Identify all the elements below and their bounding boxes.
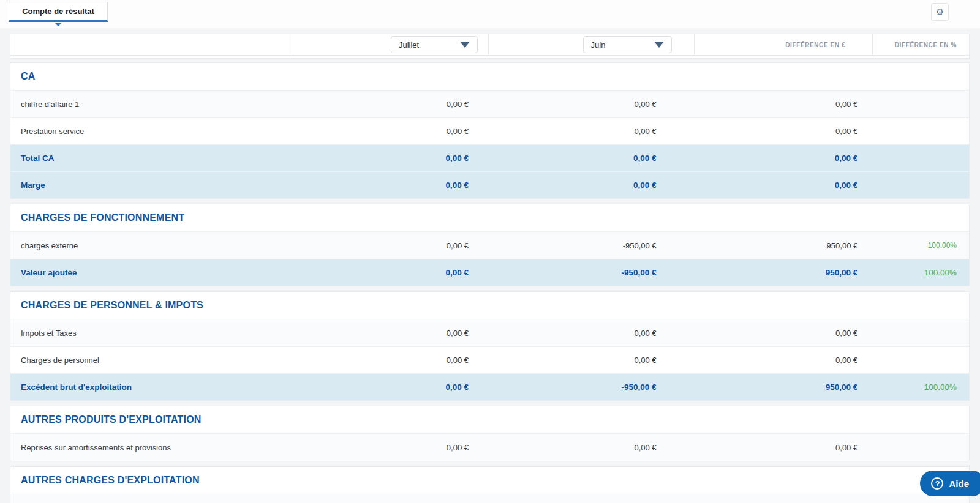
value-period1: 0,00 € (293, 329, 488, 338)
value-period1: 0,00 € (293, 154, 488, 163)
value-period1: 0,00 € (293, 100, 488, 109)
row-label: Impots et Taxes (10, 329, 293, 338)
value-period2: -950,00 € (488, 268, 694, 277)
value-period1: 0,00 € (293, 356, 488, 365)
value-period2: 0,00 € (488, 100, 694, 109)
value-diff-eur: 0,00 € (694, 100, 873, 109)
table-row-marge[interactable]: Marge 0,00 € 0,00 € 0,00 € (10, 171, 969, 198)
value-diff-eur: 950,00 € (694, 268, 873, 277)
table-row[interactable]: Reprises sur amortissements et provision… (10, 434, 969, 461)
header-period1-cell: Juillet (293, 34, 488, 55)
table-row[interactable]: Dotations aux amortissements et provisio… (10, 494, 969, 503)
table-row[interactable]: chiffre d'affaire 1 0,00 € 0,00 € 0,00 € (10, 91, 969, 117)
value-diff-pct: 100.00% (872, 268, 969, 277)
scrolled-row-sliver (10, 56, 970, 59)
value-diff-eur: 950,00 € (694, 382, 873, 392)
value-diff-eur: 0,00 € (694, 329, 873, 338)
value-diff-eur: 0,00 € (694, 127, 873, 136)
table-row[interactable]: charges externe 0,00 € -950,00 € 950,00 … (10, 232, 969, 259)
period1-selected-value: Juillet (399, 40, 419, 50)
header-difference-pct: DIFFÉRENCE EN % (872, 34, 969, 55)
value-diff-eur: 0,00 € (694, 154, 873, 163)
tab-label: Compte de résultat (22, 7, 94, 16)
value-period2: -950,00 € (488, 241, 694, 250)
row-label: Charges de personnel (10, 356, 293, 365)
value-period2: 0,00 € (488, 356, 694, 365)
gear-icon: ⚙ (936, 7, 944, 18)
value-period1: 0,00 € (293, 181, 488, 190)
value-period1: 0,00 € (293, 443, 488, 452)
value-period2: 0,00 € (488, 154, 694, 163)
top-bar: Compte de résultat ⚙ (0, 0, 980, 28)
value-period1: 0,00 € (293, 382, 488, 392)
header-difference-eur: DIFFÉRENCE EN € (694, 34, 873, 55)
value-diff-eur: 0,00 € (694, 181, 873, 190)
header-period2-cell: Juin (488, 34, 694, 55)
value-period2: 0,00 € (488, 127, 694, 136)
settings-button[interactable]: ⚙ (931, 3, 949, 21)
income-statement-table: Juillet Juin DIFFÉRENCE EN € DIFFÉRENCE … (10, 34, 970, 503)
value-period2: 0,00 € (488, 329, 694, 338)
section-title: CHARGES DE PERSONNEL & IMPOTS (10, 292, 969, 319)
table-row-excedent-brut[interactable]: Excédent brut d'exploitation 0,00 € -950… (10, 373, 969, 400)
section-autres-produits: AUTRES PRODUITS D'EXPLOITATION Reprises … (10, 406, 970, 461)
help-button[interactable]: ? Aide (920, 471, 980, 496)
value-diff-pct: 100.00% (872, 382, 969, 392)
section-title: CA (10, 63, 969, 91)
period2-selected-value: Juin (591, 40, 606, 50)
section-title: CHARGES DE FONCTIONNEMENT (10, 204, 969, 232)
row-label: Prestation service (10, 127, 293, 136)
row-label: chiffre d'affaire 1 (10, 100, 293, 109)
value-diff-eur: 0,00 € (694, 356, 873, 365)
row-label: Excédent brut d'exploitation (10, 382, 293, 392)
active-tab-caret-icon (55, 23, 62, 26)
section-charges-personnel-impots: CHARGES DE PERSONNEL & IMPOTS Impots et … (10, 291, 970, 401)
table-row[interactable]: Prestation service 0,00 € 0,00 € 0,00 € (10, 117, 969, 144)
section-title: AUTRES CHARGES D'EXPLOITATION (10, 467, 969, 494)
value-period1: 0,00 € (293, 268, 488, 277)
tab-compte-de-resultat[interactable]: Compte de résultat (9, 2, 108, 22)
period1-dropdown[interactable]: Juillet (391, 36, 478, 53)
table-row[interactable]: Impots et Taxes 0,00 € 0,00 € 0,00 € (10, 319, 969, 346)
value-period2: -950,00 € (488, 382, 694, 392)
value-diff-eur: 950,00 € (694, 241, 873, 250)
section-ca: CA chiffre d'affaire 1 0,00 € 0,00 € 0,0… (10, 62, 970, 199)
help-button-label: Aide (949, 479, 969, 489)
section-autres-charges: AUTRES CHARGES D'EXPLOITATION Dotations … (10, 466, 970, 503)
table-row-total-ca[interactable]: Total CA 0,00 € 0,00 € 0,00 € (10, 144, 969, 171)
row-label: Valeur ajoutée (10, 268, 293, 277)
row-label: Marge (10, 181, 293, 190)
section-charges-fonctionnement: CHARGES DE FONCTIONNEMENT charges extern… (10, 204, 970, 286)
table-header-row: Juillet Juin DIFFÉRENCE EN € DIFFÉRENCE … (10, 34, 970, 56)
value-period1: 0,00 € (293, 127, 488, 136)
value-period2: 0,00 € (488, 181, 694, 190)
period2-dropdown[interactable]: Juin (583, 36, 672, 53)
chevron-down-icon (654, 42, 664, 48)
value-diff-eur: 0,00 € (694, 443, 873, 452)
section-title: AUTRES PRODUITS D'EXPLOITATION (10, 406, 969, 434)
value-period2: 0,00 € (488, 443, 694, 452)
row-label: Reprises sur amortissements et provision… (10, 443, 293, 452)
header-empty-cell (10, 34, 293, 55)
chevron-down-icon (460, 42, 470, 48)
table-row-valeur-ajoutee[interactable]: Valeur ajoutée 0,00 € -950,00 € 950,00 €… (10, 259, 969, 286)
question-mark-icon: ? (931, 477, 943, 490)
table-row[interactable]: Charges de personnel 0,00 € 0,00 € 0,00 … (10, 346, 969, 373)
row-label: charges externe (10, 241, 293, 250)
value-period1: 0,00 € (293, 241, 488, 250)
value-diff-pct: 100.00% (872, 241, 969, 250)
row-label: Total CA (10, 154, 293, 163)
